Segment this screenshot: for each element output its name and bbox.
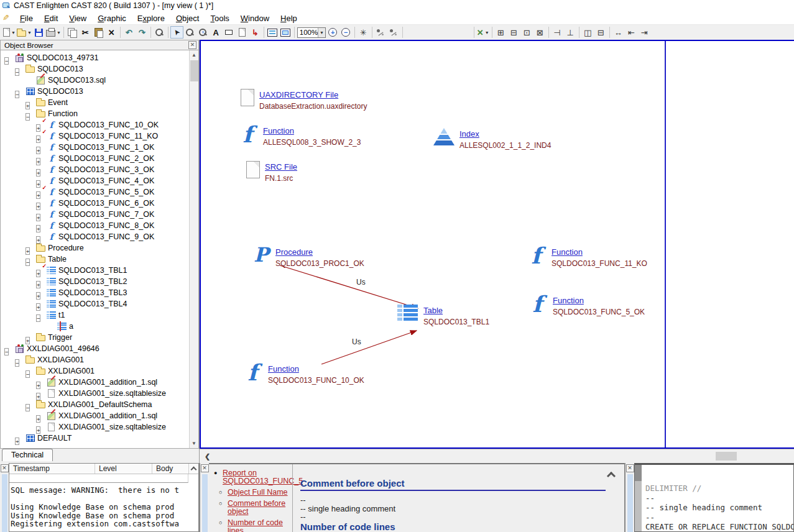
cut-button[interactable]: ✂ — [79, 26, 92, 39]
tree-item-sqldoc013_func_8_ok[interactable]: +fSQLDOC013_FUNC_8_OK — [1, 220, 198, 231]
code-panel-close-icon[interactable]: ✕ — [626, 464, 634, 472]
page-tool-button[interactable] — [236, 26, 249, 39]
zoom-level-select[interactable]: 100%▼ — [297, 26, 326, 39]
log-column-body[interactable]: Body — [152, 464, 188, 474]
diagram-node-sqldoc013_func_5_ok[interactable]: FunctionSQLDOC013_FUNC_5_OK — [527, 295, 645, 316]
node-type-link[interactable]: Function — [268, 364, 299, 374]
tree-expander[interactable]: − — [25, 255, 34, 264]
tree-item-a[interactable]: a — [1, 321, 198, 332]
tree-expander[interactable]: + — [25, 99, 34, 107]
expander-plus-icon[interactable]: + — [36, 203, 40, 210]
node-type-link[interactable]: Table — [423, 306, 443, 315]
diagram-node-databaseextraction.uaxdirectory[interactable]: UAXDIRECTORY FileDatabaseExtraction.uaxd… — [241, 89, 367, 111]
log-scroll-up[interactable] — [188, 464, 198, 474]
tree-item-sqldoc013_func_6_ok[interactable]: +fSQLDOC013_FUNC_6_OK — [1, 198, 198, 209]
tree-expander[interactable]: − — [36, 311, 44, 319]
tree-item-sqldoc013_tbl1[interactable]: +✓SQLDOC013_TBL1 — [1, 265, 198, 276]
zoom-region-button[interactable] — [196, 26, 210, 39]
menu-window[interactable]: Window — [235, 12, 275, 24]
tree-expander[interactable]: + — [25, 244, 34, 252]
code-scrollbar[interactable] — [635, 465, 642, 531]
diagram-node-fn.1.src[interactable]: SRC FileFN.1.src — [246, 161, 297, 183]
tree-expander[interactable]: +✓ — [36, 267, 44, 275]
tree-expander[interactable]: − — [4, 54, 12, 62]
expander-plus-icon[interactable]: + — [36, 180, 40, 188]
print-button[interactable]: ▼ — [45, 26, 62, 39]
tree-item-xxldiag001[interactable]: −XXLDIAG001 — [1, 354, 198, 365]
tree-expander[interactable]: + — [36, 278, 44, 286]
expander-minus-icon[interactable]: − — [4, 57, 9, 65]
tree-item-default[interactable]: +DEFAULT — [1, 433, 198, 444]
tree-expander[interactable]: − — [25, 401, 34, 409]
align-right-button[interactable]: ⊟ — [507, 26, 520, 39]
tree-item-xxldiag001_defaultschema[interactable]: −XXLDIAG001_DefaultSchema — [1, 399, 198, 410]
expander-minus-icon[interactable]: − — [36, 314, 40, 322]
diagram-node-sqldoc013_func_11_ko[interactable]: FunctionSQLDOC013_FUNC_11_KO — [525, 246, 647, 268]
scroll-left-icon[interactable]: ❮ — [205, 452, 210, 461]
tree-item-sqldoc013_func_10_ok[interactable]: +✓fSQLDOC013_FUNC_10_OK — [1, 119, 198, 131]
open-button[interactable]: ▼ — [16, 26, 32, 39]
expander-plus-icon[interactable]: + — [36, 147, 40, 154]
tree-expander[interactable]: − — [15, 88, 23, 96]
tree-expander[interactable]: − — [25, 367, 34, 375]
tree-expander[interactable]: + — [36, 300, 44, 308]
expander-plus-icon[interactable]: + — [36, 124, 40, 132]
save-button[interactable] — [32, 26, 45, 39]
expander-plus-icon[interactable]: + — [36, 169, 40, 177]
align-top-button[interactable]: ⊡ — [520, 26, 533, 39]
object-browser-close-icon[interactable]: ✕ — [188, 41, 196, 49]
tree-expander[interactable]: +✓ — [36, 188, 44, 196]
rectangle-tool-button[interactable] — [223, 26, 236, 39]
log-panel-close-icon[interactable]: ✕ — [1, 464, 9, 472]
fit-all-button[interactable]: ✳ — [357, 26, 370, 39]
tree-item-sqldoc013_tbl3[interactable]: +SQLDOC013_TBL3 — [1, 287, 198, 298]
tree-item-function[interactable]: −Function — [1, 108, 198, 119]
tree-expander[interactable]: + — [36, 233, 44, 241]
uses-edge[interactable] — [280, 265, 418, 308]
menu-help[interactable]: Help — [275, 12, 303, 24]
expander-plus-icon[interactable]: + — [36, 426, 40, 434]
hscrollbar-thumb[interactable] — [716, 452, 737, 461]
tree-item-xxldiag001_addition_1.sql[interactable]: +XXLDIAG001_addition_1.sql — [1, 410, 198, 421]
expander-minus-icon[interactable]: − — [15, 359, 19, 367]
align-bottom-button[interactable]: ⊠ — [533, 26, 547, 39]
report-nav-link[interactable]: Object Full Name — [228, 488, 288, 497]
scroll-up-icon[interactable]: ▲ — [190, 50, 198, 60]
menu-graphic[interactable]: Graphic — [92, 12, 132, 24]
tree-item-table[interactable]: −Table — [1, 254, 198, 265]
expander-plus-icon[interactable]: + — [36, 158, 40, 165]
tree-item-sqldoc013[interactable]: −SQLDOC013 — [1, 86, 198, 97]
menu-object[interactable]: Object — [170, 12, 205, 24]
tree-item-event[interactable]: +Event — [1, 97, 198, 108]
report-nav-link[interactable]: Report on SQLDOC013_FUNC_5 — [223, 469, 303, 485]
expander-plus-icon[interactable]: + — [36, 393, 40, 400]
tree-item-xxldiag001_size.sqltablesize[interactable]: +XXLDIAG001_size.sqltablesize — [1, 388, 198, 399]
expander-plus-icon[interactable]: + — [36, 214, 40, 221]
expander-plus-icon[interactable]: + — [25, 247, 30, 255]
report-scroll-up-icon[interactable] — [607, 472, 616, 480]
menu-edit[interactable]: Edit — [39, 12, 63, 24]
text-tool-button[interactable]: A — [210, 26, 223, 39]
tree-expander[interactable]: + — [36, 390, 44, 398]
show-links-button[interactable] — [374, 26, 387, 39]
tree-item-t1[interactable]: −t1 — [1, 310, 198, 321]
same-width-button[interactable]: ↔ — [612, 26, 625, 39]
expander-minus-icon[interactable]: − — [25, 370, 30, 378]
tree-item-sqldoc013_49731[interactable]: −SQLDOC013_49731 — [1, 52, 198, 63]
diagram-canvas[interactable]: UsUs UAXDIRECTORY FileDatabaseExtraction… — [200, 40, 794, 449]
diagram-node-allesql008_3_show_2_3[interactable]: FunctionALLESQL008_3_SHOW_2_3 — [237, 125, 361, 147]
expander-plus-icon[interactable]: + — [36, 292, 40, 300]
log-selected-row[interactable] — [9, 474, 188, 483]
align-left-button[interactable]: ⊞ — [494, 26, 507, 39]
tree-item-sqldoc013_tbl2[interactable]: +SQLDOC013_TBL2 — [1, 276, 198, 287]
expander-plus-icon[interactable]: + — [15, 438, 19, 445]
zoom-out-button[interactable]: − — [339, 26, 353, 39]
expander-minus-icon[interactable]: − — [15, 68, 19, 76]
node-type-link[interactable]: UAXDIRECTORY File — [259, 90, 338, 99]
node-type-link[interactable]: Index — [459, 129, 479, 139]
expander-minus-icon[interactable]: − — [25, 404, 30, 411]
delete-button[interactable]: ✕ — [105, 26, 118, 39]
redo-button[interactable]: ↷ — [136, 26, 149, 39]
node-type-link[interactable]: SRC File — [265, 162, 297, 172]
expander-plus-icon[interactable]: + — [36, 270, 40, 277]
